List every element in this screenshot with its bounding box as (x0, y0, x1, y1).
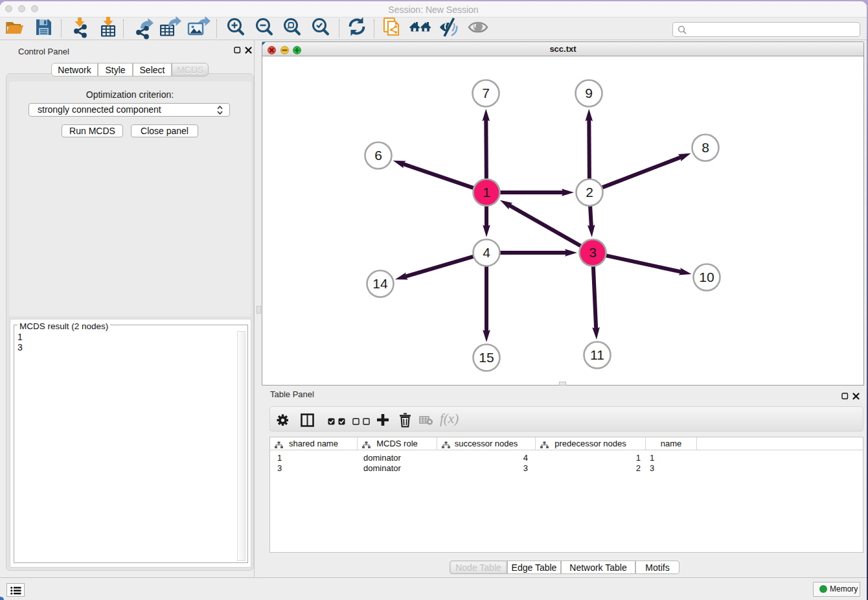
svg-text:14: 14 (372, 276, 388, 291)
svg-text:9: 9 (585, 86, 593, 100)
svg-text:4: 4 (483, 245, 490, 260)
svg-text:3: 3 (589, 245, 597, 260)
svg-text:8: 8 (702, 140, 709, 155)
svg-text:2: 2 (586, 185, 593, 200)
svg-text:7: 7 (482, 86, 490, 100)
svg-text:15: 15 (479, 350, 494, 365)
svg-text:10: 10 (699, 270, 714, 284)
svg-text:6: 6 (374, 148, 382, 163)
svg-text:1: 1 (483, 185, 490, 200)
svg-text:11: 11 (590, 347, 604, 362)
